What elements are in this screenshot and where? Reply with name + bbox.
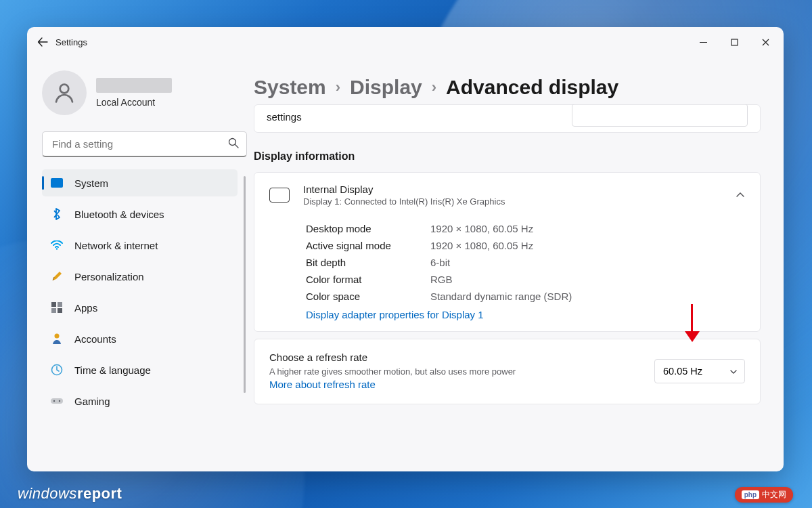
refresh-rate-card: Choose a refresh rate A higher rate give… [254, 339, 761, 404]
info-row: Desktop mode1920 × 1080, 60.05 Hz [306, 220, 745, 237]
minimize-icon [700, 39, 707, 46]
search-icon [228, 137, 239, 151]
window-title: Settings [55, 37, 87, 47]
arrow-left-icon [37, 37, 48, 47]
maximize-icon [731, 39, 738, 46]
sidebar-item-bluetooth[interactable]: Bluetooth & devices [42, 200, 238, 228]
more-about-refresh-link[interactable]: More about refresh rate [269, 378, 376, 391]
svg-point-13 [59, 400, 60, 402]
globe-clock-icon [50, 363, 64, 377]
search-box[interactable] [42, 131, 247, 157]
display-title: Internal Display [303, 184, 505, 195]
monitor-icon [269, 188, 290, 203]
svg-point-9 [55, 334, 60, 339]
chevron-up-icon [736, 189, 745, 201]
breadcrumb-display[interactable]: Display [350, 76, 422, 99]
sidebar-item-system[interactable]: System [42, 169, 238, 196]
sidebar-item-label: Time & language [74, 364, 151, 376]
accounts-icon [50, 332, 64, 345]
account-name-redacted [96, 78, 172, 93]
sidebar-item-gaming[interactable]: Gaming [42, 387, 238, 415]
refresh-rate-select[interactable]: 60.05 Hz [654, 359, 745, 383]
main-content: System › Display › Advanced display sett… [254, 57, 784, 471]
site-stamp: php中文网 [735, 487, 793, 503]
watermark: windowsreport [18, 485, 122, 503]
bluetooth-icon [50, 207, 64, 221]
svg-rect-5 [51, 302, 56, 307]
account-block[interactable]: Local Account [42, 57, 247, 127]
svg-rect-6 [58, 302, 62, 307]
sidebar-nav: System Bluetooth & devices Network & int… [42, 169, 247, 471]
titlebar: Settings [27, 27, 784, 57]
sidebar-item-label: Accounts [74, 333, 116, 345]
gamepad-icon [50, 394, 64, 408]
sidebar-item-apps[interactable]: Apps [42, 294, 238, 321]
display-subtitle: Display 1: Connected to Intel(R) Iris(R)… [303, 196, 505, 207]
breadcrumb-system[interactable]: System [254, 76, 326, 99]
sidebar-item-label: Gaming [74, 396, 110, 407]
display-info-grid: Desktop mode1920 × 1080, 60.05 Hz Active… [254, 217, 760, 331]
svg-point-2 [229, 139, 236, 146]
sidebar-item-personalization[interactable]: Personalization [42, 263, 238, 290]
refresh-title: Choose a refresh rate [269, 352, 554, 363]
display-card-header[interactable]: Internal Display Display 1: Connected to… [254, 173, 760, 217]
close-icon [762, 39, 769, 46]
paintbrush-icon [50, 270, 64, 283]
svg-point-1 [60, 85, 69, 93]
minimize-button[interactable] [687, 31, 719, 53]
svg-point-12 [53, 400, 55, 402]
sidebar-item-label: Personalization [74, 271, 144, 282]
settings-window: Settings Local Account [27, 27, 784, 471]
chevron-right-icon: › [336, 79, 340, 96]
refresh-desc: A higher rate gives smoother motion, but… [269, 366, 554, 391]
sidebar-scrollbar[interactable] [244, 176, 246, 393]
adapter-properties-link[interactable]: Display adapter properties for Display 1 [306, 305, 484, 322]
svg-rect-7 [51, 308, 56, 313]
display-info-card: Internal Display Display 1: Connected to… [254, 172, 761, 332]
person-icon [52, 81, 76, 105]
svg-point-4 [56, 248, 58, 249]
sidebar-item-network[interactable]: Network & internet [42, 232, 238, 259]
sidebar: Local Account System Bluetooth [27, 57, 254, 471]
system-icon [50, 176, 64, 190]
info-row: Active signal mode1920 × 1080, 60.05 Hz [306, 237, 745, 254]
sidebar-item-label: Apps [74, 302, 97, 314]
close-button[interactable] [750, 31, 781, 53]
svg-rect-0 [731, 39, 738, 45]
partial-card-top: settings [254, 104, 761, 133]
maximize-button[interactable] [719, 31, 750, 53]
apps-icon [50, 301, 64, 314]
sidebar-item-label: Network & internet [74, 240, 158, 251]
back-button[interactable] [31, 30, 54, 54]
info-row: Bit depth6-bit [306, 254, 745, 271]
partial-dropdown[interactable] [572, 104, 748, 127]
info-row: Color formatRGB [306, 271, 745, 288]
sidebar-item-label: System [74, 177, 108, 189]
refresh-rate-value: 60.05 Hz [663, 366, 702, 377]
chevron-right-icon: › [432, 79, 436, 96]
chevron-down-icon [729, 366, 738, 377]
account-subtitle: Local Account [96, 97, 172, 108]
avatar [42, 70, 87, 115]
info-row: Color spaceStandard dynamic range (SDR) [306, 288, 745, 305]
sidebar-item-time-language[interactable]: Time & language [42, 356, 238, 383]
breadcrumb-current: Advanced display [446, 76, 618, 99]
section-title: Display information [254, 150, 761, 163]
wifi-icon [50, 238, 64, 252]
svg-rect-3 [51, 178, 63, 188]
sidebar-item-accounts[interactable]: Accounts [42, 325, 238, 352]
partial-card-label: settings [267, 111, 302, 123]
sidebar-item-label: Bluetooth & devices [74, 209, 164, 220]
svg-rect-8 [58, 308, 62, 313]
breadcrumb: System › Display › Advanced display [254, 76, 761, 99]
svg-rect-11 [51, 398, 63, 404]
search-input[interactable] [42, 131, 247, 157]
